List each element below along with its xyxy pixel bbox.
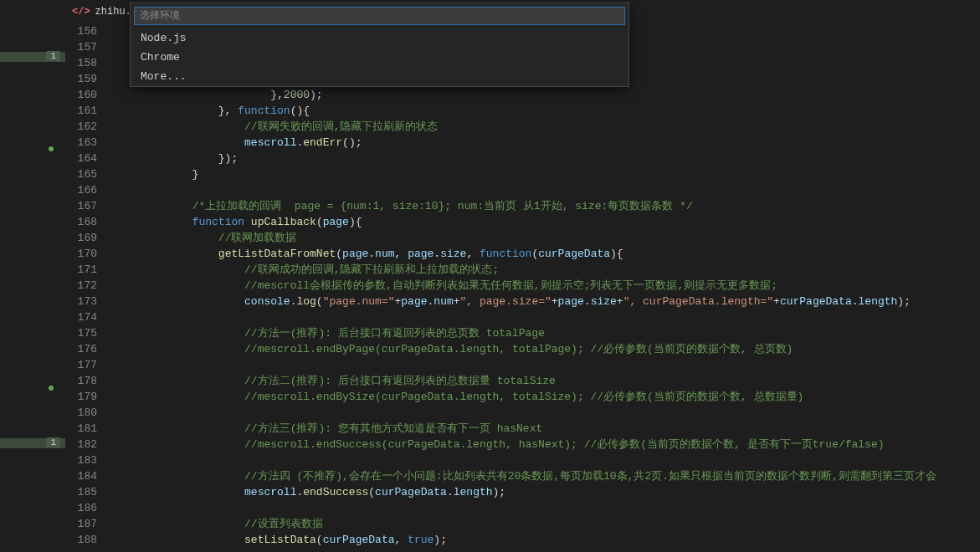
line-number: 187 [65,516,114,532]
code-line[interactable]: 166 [65,182,980,198]
code-content [114,405,980,421]
palette-item-chrome[interactable]: Chrome [131,48,629,67]
code-line[interactable]: 178 //方法二(推荐): 后台接口有返回列表的总数据量 totalSize [65,373,980,389]
line-number: 163 [65,135,114,151]
code-content: //方法一(推荐): 后台接口有返回列表的总页数 totalPage [114,325,980,341]
code-content: /*上拉加载的回调 page = {num:1, size:10}; num:当… [114,198,980,214]
line-number: 157 [65,39,114,55]
html-file-icon: </> [72,6,90,18]
line-number: 171 [65,262,114,278]
code-content: mescroll.endErr(); [114,135,980,151]
code-content: function upCallback(page){ [114,214,980,230]
code-content: //mescroll.endBySize(curPageData.length,… [114,389,980,405]
line-number: 176 [65,341,114,357]
gutter-marker [0,144,65,154]
code-content: //mescroll会根据传的参数,自动判断列表如果无任何数据,则提示空;列表无… [114,278,980,294]
code-content: console.log("page.num="+page.num+", page… [114,294,980,309]
line-number: 159 [65,71,114,87]
code-line[interactable]: 185 mescroll.endSuccess(curPageData.leng… [65,484,980,500]
code-content [114,182,980,198]
code-line[interactable]: 183 [65,452,980,468]
code-line[interactable]: 176 //mescroll.endByPage(curPageData.len… [65,341,980,357]
palette-list: Node.js Chrome More... [131,28,629,86]
code-line[interactable]: 188 setListData(curPageData, true); [65,532,980,548]
code-line[interactable]: 172 //mescroll会根据传的参数,自动判断列表如果无任何数据,则提示空… [65,278,980,294]
line-number: 173 [65,294,114,309]
code-content [114,357,980,373]
code-content [114,500,980,516]
code-line[interactable]: 164 }); [65,151,980,166]
code-line[interactable]: 174 [65,309,980,325]
code-line[interactable]: 184 //方法四 (不推荐),会存在一个小问题:比如列表共有20条数据,每页加… [65,468,980,484]
line-number: 177 [65,357,114,373]
line-number: 185 [65,484,114,500]
line-number: 168 [65,214,114,230]
code-content: setListData(curPageData, true); [114,532,980,548]
code-line[interactable]: 168 function upCallback(page){ [65,214,980,230]
line-number: 164 [65,151,114,166]
code-content: //方法四 (不推荐),会存在一个小问题:比如列表共有20条数据,每页加载10条… [114,468,980,484]
code-line[interactable]: 180 [65,405,980,421]
palette-input[interactable] [134,7,625,25]
code-line[interactable]: 165 } [65,166,980,182]
line-number: 182 [65,437,114,452]
code-content: },2000); [114,87,980,103]
code-content: //方法三(推荐): 您有其他方式知道是否有下一页 hasNext [114,421,980,437]
palette-item-more[interactable]: More... [131,67,629,86]
command-palette: Node.js Chrome More... [130,3,629,87]
code-line[interactable]: 161 }, function(){ [65,103,980,119]
line-number: 158 [65,55,114,71]
line-number: 183 [65,452,114,468]
code-line[interactable]: 179 //mescroll.endBySize(curPageData.len… [65,389,980,405]
line-number: 174 [65,309,114,325]
code-line[interactable]: 160 },2000); [65,87,980,103]
line-number: 165 [65,166,114,182]
code-content: }, function(){ [114,103,980,119]
line-number: 175 [65,325,114,341]
code-content: //mescroll.endSuccess(curPageData.length… [114,437,980,452]
code-line[interactable]: 170 getListDataFromNet(page.num, page.si… [65,246,980,262]
code-content [114,452,980,468]
line-number: 184 [65,468,114,484]
code-line[interactable]: 163 mescroll.endErr(); [65,135,980,151]
line-number: 156 [65,23,114,39]
line-number: 169 [65,230,114,246]
code-line[interactable]: 182 //mescroll.endSuccess(curPageData.le… [65,437,980,452]
gutter-badge: 1 [46,51,60,61]
code-line[interactable]: 173 console.log("page.num="+page.num+", … [65,294,980,309]
line-number: 170 [65,246,114,262]
code-line[interactable]: 167 /*上拉加载的回调 page = {num:1, size:10}; n… [65,198,980,214]
code-content: //联网成功的回调,隐藏下拉刷新和上拉加载的状态; [114,262,980,278]
code-line[interactable]: 162 //联网失败的回调,隐藏下拉刷新的状态 [65,119,980,135]
code-line[interactable]: 177 [65,357,980,373]
code-line[interactable]: 169 //联网加载数据 [65,230,980,246]
code-line[interactable]: 171 //联网成功的回调,隐藏下拉刷新和上拉加载的状态; [65,262,980,278]
code-line[interactable]: 186 [65,500,980,516]
gutter-marker [0,383,65,393]
code-content: getListDataFromNet(page.num, page.size, … [114,246,980,262]
line-number: 161 [65,103,114,119]
code-content: //联网失败的回调,隐藏下拉刷新的状态 [114,119,980,135]
line-number: 178 [65,373,114,389]
line-number: 167 [65,198,114,214]
line-number: 186 [65,500,114,516]
gutter-badge: 1 [46,437,60,447]
line-number: 188 [65,532,114,548]
code-content [114,309,980,325]
gutter-marker: 1 [0,438,65,448]
line-number: 166 [65,182,114,198]
line-number: 180 [65,405,114,421]
line-number: 179 [65,389,114,405]
code-editor[interactable]: 156157158159160 },2000);161 }, function(… [65,23,980,552]
line-number: 162 [65,119,114,135]
code-content: //mescroll.endByPage(curPageData.length,… [114,341,980,357]
palette-item-nodejs[interactable]: Node.js [131,28,629,48]
line-number: 160 [65,87,114,103]
code-line[interactable]: 187 //设置列表数据 [65,516,980,532]
code-content: mescroll.endSuccess(curPageData.length); [114,484,980,500]
code-line[interactable]: 181 //方法三(推荐): 您有其他方式知道是否有下一页 hasNext [65,421,980,437]
code-content: } [114,166,980,182]
gutter-marker: 1 [0,52,65,62]
code-content: }); [114,151,980,166]
code-line[interactable]: 175 //方法一(推荐): 后台接口有返回列表的总页数 totalPage [65,325,980,341]
